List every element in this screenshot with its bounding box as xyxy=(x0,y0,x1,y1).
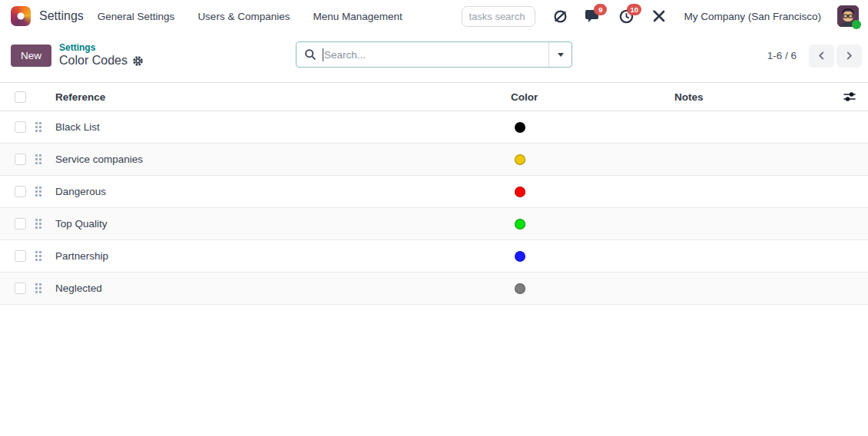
menu-general-settings[interactable]: General Settings xyxy=(98,11,175,22)
tools-icon[interactable] xyxy=(651,8,668,25)
action-gear-icon[interactable] xyxy=(132,55,144,67)
optional-columns-icon[interactable] xyxy=(843,91,856,102)
row-reference[interactable]: Top Quality xyxy=(55,208,511,239)
row-checkbox[interactable] xyxy=(15,250,26,262)
settings-color-codes-page: Settings General Settings Users & Compan… xyxy=(0,0,868,436)
color-dot xyxy=(515,283,525,294)
table-row[interactable]: Black List xyxy=(0,111,868,144)
search-icon xyxy=(304,48,316,61)
row-reference[interactable]: Partnership xyxy=(55,240,511,272)
main-menu: General Settings Users & Companies Menu … xyxy=(98,11,403,22)
color-dot xyxy=(515,154,525,165)
row-checkbox[interactable] xyxy=(15,282,26,294)
column-header-reference[interactable]: Reference xyxy=(55,83,511,111)
drag-handle-icon[interactable] xyxy=(35,154,41,164)
text-cursor xyxy=(323,48,323,61)
user-avatar[interactable] xyxy=(837,5,859,27)
messages-badge: 9 xyxy=(594,4,607,15)
tasks-search-input[interactable] xyxy=(462,6,535,27)
page-title: Color Codes xyxy=(59,54,128,68)
row-notes[interactable] xyxy=(674,144,831,175)
activities-badge: 10 xyxy=(627,4,641,15)
pager-next-button[interactable] xyxy=(837,45,862,68)
table-row[interactable]: Dangerous xyxy=(0,176,868,208)
column-header-color[interactable]: Color xyxy=(511,83,674,111)
online-status-dot xyxy=(852,20,861,29)
table-row[interactable]: Partnership xyxy=(0,240,868,272)
pager-previous-button[interactable] xyxy=(809,45,834,68)
table-body: Black List Service companies Dangerous xyxy=(0,111,868,305)
menu-menu-management[interactable]: Menu Management xyxy=(313,11,402,22)
row-reference[interactable]: Dangerous xyxy=(55,176,511,207)
row-notes[interactable] xyxy=(674,111,831,143)
drag-handle-icon[interactable] xyxy=(35,187,41,197)
row-notes[interactable] xyxy=(674,208,831,239)
app-name[interactable]: Settings xyxy=(39,9,84,23)
color-dot xyxy=(515,122,525,133)
row-notes[interactable] xyxy=(674,176,831,207)
drag-handle-icon[interactable] xyxy=(35,283,41,293)
top-navbar: Settings General Settings Users & Compan… xyxy=(0,0,868,32)
row-notes[interactable] xyxy=(674,240,831,272)
table-row[interactable]: Neglected xyxy=(0,272,868,305)
breadcrumb-settings-link[interactable]: Settings xyxy=(59,43,144,54)
menu-users-companies[interactable]: Users & Companies xyxy=(197,11,290,22)
discuss-icon[interactable] xyxy=(552,8,568,25)
search-dropdown-toggle[interactable] xyxy=(548,42,571,67)
company-switcher[interactable]: My Company (San Francisco) xyxy=(684,11,821,22)
control-panel: New Settings Color Codes xyxy=(0,32,868,82)
color-dot xyxy=(515,219,525,230)
drag-handle-icon[interactable] xyxy=(35,219,41,229)
row-notes[interactable] xyxy=(674,272,831,304)
row-checkbox[interactable] xyxy=(15,186,26,197)
breadcrumb: Settings Color Codes xyxy=(59,43,144,68)
color-codes-list: Reference Color Notes Black List xyxy=(0,82,868,305)
column-header-notes[interactable]: Notes xyxy=(674,83,831,111)
systray: 9 10 My Company (San Francisco) xyxy=(462,5,859,27)
pager: 1-6 / 6 xyxy=(767,45,862,68)
row-reference[interactable]: Neglected xyxy=(55,272,511,304)
table-row[interactable]: Top Quality xyxy=(0,208,868,240)
row-checkbox[interactable] xyxy=(15,154,26,165)
row-checkbox[interactable] xyxy=(15,121,26,133)
color-dot xyxy=(515,187,525,197)
select-all-checkbox[interactable] xyxy=(15,91,26,103)
search-input[interactable] xyxy=(324,42,548,67)
new-button[interactable]: New xyxy=(11,45,51,67)
activities-icon[interactable]: 10 xyxy=(618,8,634,25)
row-reference[interactable]: Black List xyxy=(55,111,511,143)
odoo-app-logo-icon[interactable] xyxy=(11,6,31,26)
table-header-row: Reference Color Notes xyxy=(0,82,868,111)
pager-range: 1-6 / 6 xyxy=(767,50,797,61)
drag-handle-icon[interactable] xyxy=(35,251,41,261)
table-row[interactable]: Service companies xyxy=(0,144,868,176)
messages-icon[interactable]: 9 xyxy=(585,8,601,25)
chevron-down-icon xyxy=(558,53,564,57)
row-reference[interactable]: Service companies xyxy=(55,144,511,175)
color-dot xyxy=(515,251,525,262)
row-checkbox[interactable] xyxy=(15,218,26,230)
search-bar[interactable] xyxy=(296,41,572,68)
drag-handle-icon[interactable] xyxy=(35,122,41,132)
